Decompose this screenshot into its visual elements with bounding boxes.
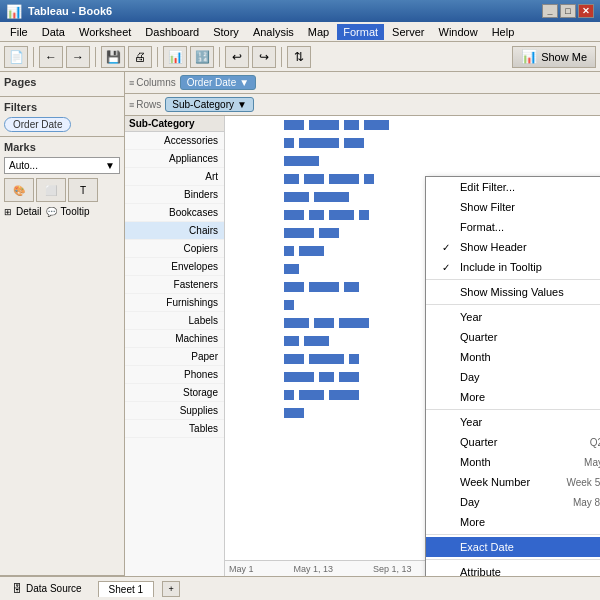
sheet1-tab[interactable]: Sheet 1 [98, 581, 154, 597]
bar-segment [319, 228, 339, 238]
ctx-quarter2[interactable]: QuarterQ2 2015 [426, 432, 600, 452]
ctx-quarter1[interactable]: QuarterQ2 [426, 327, 600, 347]
marks-type-label: Auto... [9, 160, 38, 171]
ctx-separator [426, 559, 600, 560]
maximize-button[interactable]: □ [560, 4, 576, 18]
window-title: Tableau - Book6 [28, 5, 112, 17]
ctx-exact-date[interactable]: Exact Date [426, 537, 600, 557]
marks-rows: ⊞ Detail 💬 Tooltip [4, 206, 120, 217]
pill-dropdown-arrow: ▼ [239, 77, 249, 88]
ctx-include-tooltip[interactable]: ✓Include in Tooltip [426, 257, 600, 277]
menu-story[interactable]: Story [207, 24, 245, 40]
print-button[interactable]: 🖨 [128, 46, 152, 68]
ctx-month1[interactable]: MonthMay [426, 347, 600, 367]
menu-help[interactable]: Help [486, 24, 521, 40]
add-sheet-button[interactable]: + [162, 581, 180, 597]
marks-type-dropdown[interactable]: Auto... ▼ [4, 157, 120, 174]
filter-order-date[interactable]: Order Date [4, 117, 71, 132]
ctx-day2[interactable]: DayMay 8, 2015 [426, 492, 600, 512]
ctx-attribute[interactable]: Attribute [426, 562, 600, 576]
forward-button[interactable]: → [66, 46, 90, 68]
bar-segment [284, 138, 294, 148]
menu-dashboard[interactable]: Dashboard [139, 24, 205, 40]
color-button[interactable]: 🎨 [4, 178, 34, 202]
bar-segment [299, 246, 324, 256]
bar-chart-button[interactable]: 📊 [163, 46, 187, 68]
subcategory-item: Appliances [125, 150, 224, 168]
ctx-year1[interactable]: Year2015 [426, 307, 600, 327]
menu-file[interactable]: File [4, 24, 34, 40]
ctx-label-show-header: Show Header [460, 241, 527, 253]
ctx-week-number[interactable]: Week NumberWeek 5, 2015 [426, 472, 600, 492]
sort-button[interactable]: ⇅ [287, 46, 311, 68]
ctx-label-day1: Day [460, 371, 480, 383]
back-button[interactable]: ← [39, 46, 63, 68]
close-button[interactable]: ✕ [578, 4, 594, 18]
marks-title: Marks [4, 141, 120, 153]
size-button[interactable]: ⬜ [36, 178, 66, 202]
ctx-value-week-number: Week 5, 2015 [566, 477, 600, 488]
ctx-label-exact-date: Exact Date [460, 541, 514, 553]
status-bar: 🗄 Data Source Sheet 1 + [0, 576, 600, 600]
show-me-label: Show Me [541, 51, 587, 63]
menu-window[interactable]: Window [433, 24, 484, 40]
column-shelf: ≡ Columns Order Date ▼ [125, 72, 600, 94]
menu-server[interactable]: Server [386, 24, 430, 40]
title-bar: 📊 Tableau - Book6 _ □ ✕ [0, 0, 600, 22]
ctx-show-missing[interactable]: Show Missing Values [426, 282, 600, 302]
ctx-show-filter[interactable]: Show Filter [426, 197, 600, 217]
new-button[interactable]: 📄 [4, 46, 28, 68]
ctx-value-day2: May 8, 2015 [573, 497, 600, 508]
marks-row-detail: ⊞ Detail 💬 Tooltip [4, 206, 120, 217]
ctx-label-year1: Year [460, 311, 482, 323]
bar-segment [299, 138, 339, 148]
minimize-button[interactable]: _ [542, 4, 558, 18]
show-me-button[interactable]: 📊 Show Me [512, 46, 596, 68]
ctx-month2[interactable]: MonthMay 2015 [426, 452, 600, 472]
bar-segment [344, 138, 364, 148]
subcategory-header: Sub-Category [125, 116, 224, 132]
menu-map[interactable]: Map [302, 24, 335, 40]
bar-segment [284, 318, 309, 328]
save-button[interactable]: 💾 [101, 46, 125, 68]
redo-button[interactable]: ↪ [252, 46, 276, 68]
undo-button[interactable]: ↩ [225, 46, 249, 68]
menu-worksheet[interactable]: Worksheet [73, 24, 137, 40]
ctx-more2[interactable]: More▶ [426, 512, 600, 532]
ctx-label-show-missing: Show Missing Values [460, 286, 564, 298]
ctx-edit-filter[interactable]: Edit Filter... [426, 177, 600, 197]
menu-analysis[interactable]: Analysis [247, 24, 300, 40]
window-controls[interactable]: _ □ ✕ [542, 4, 594, 18]
label-button[interactable]: T [68, 178, 98, 202]
bar-segment [349, 354, 359, 364]
marks-icons: 🎨 ⬜ T [4, 178, 120, 202]
bar-segment [284, 192, 309, 202]
data-source-tab[interactable]: 🗄 Data Source [4, 581, 90, 596]
marks-dropdown-arrow: ▼ [105, 160, 115, 171]
ctx-day1[interactable]: Day8 [426, 367, 600, 387]
main-area: Pages Filters Order Date Marks Auto... ▼… [0, 72, 600, 576]
rows-label: ≡ Rows [129, 99, 161, 110]
context-menu: Edit Filter...Show FilterFormat...✓Show … [425, 176, 600, 576]
marks-section: Marks Auto... ▼ 🎨 ⬜ T ⊞ Detail 💬 Tooltip [0, 137, 124, 576]
bar-segment [319, 372, 334, 382]
bar-segment [284, 372, 314, 382]
menu-data[interactable]: Data [36, 24, 71, 40]
data-source-button[interactable]: 🔢 [190, 46, 214, 68]
subcategory-item: Supplies [125, 402, 224, 420]
ctx-format[interactable]: Format... [426, 217, 600, 237]
columns-order-date-pill[interactable]: Order Date ▼ [180, 75, 256, 90]
left-sidebar: Pages Filters Order Date Marks Auto... ▼… [0, 72, 125, 576]
tooltip-icon: 💬 [46, 207, 57, 217]
ctx-show-header[interactable]: ✓Show Header [426, 237, 600, 257]
content-row: Sub-Category AccessoriesAppliancesArtBin… [125, 116, 600, 576]
menu-format[interactable]: Format [337, 24, 384, 40]
ctx-label-more2: More [460, 516, 485, 528]
ctx-more1[interactable]: More▶ [426, 387, 600, 407]
bar-segment [284, 408, 304, 418]
rows-subcategory-pill[interactable]: Sub-Category ▼ [165, 97, 254, 112]
ctx-year2[interactable]: Year2015 [426, 412, 600, 432]
timeline-row [280, 152, 600, 170]
ctx-label-edit-filter: Edit Filter... [460, 181, 515, 193]
subcategory-item: Envelopes [125, 258, 224, 276]
